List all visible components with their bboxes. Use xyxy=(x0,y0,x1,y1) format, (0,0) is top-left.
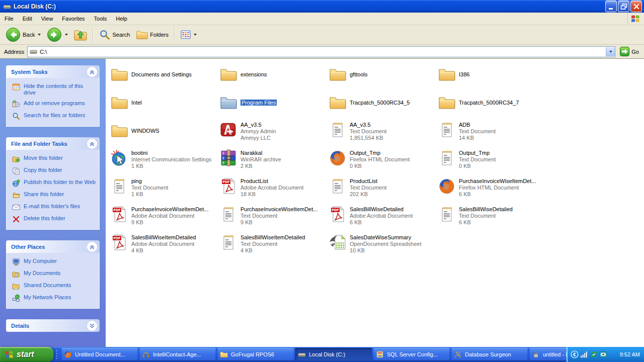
sidebar-link[interactable]: Shared Documents xyxy=(12,282,96,290)
forward-button[interactable] xyxy=(44,26,70,43)
sidebar-link[interactable]: Hide the contents of this drive xyxy=(12,83,96,96)
back-button[interactable]: Back xyxy=(3,26,43,43)
menu-file[interactable]: File xyxy=(0,14,18,24)
folders-button[interactable]: Folders xyxy=(133,28,171,41)
taskbar-button[interactable]: untitled - Paint xyxy=(529,348,567,361)
file-item[interactable]: WINDOWS xyxy=(111,121,217,140)
file-item[interactable]: gfttools xyxy=(329,65,436,84)
go-button[interactable]: Go xyxy=(618,46,642,57)
sidebar-link[interactable]: My Documents xyxy=(12,270,96,278)
file-item[interactable]: Tracpatch_5000RC34_7 xyxy=(438,93,545,112)
panel-header[interactable]: Details xyxy=(6,319,100,332)
drive-icon xyxy=(30,48,37,55)
file-item[interactable]: AA_v3.5 Text Document 1,851,554 KB xyxy=(329,121,436,149)
chevron-down-icon[interactable] xyxy=(65,34,68,36)
panel-chevron-button[interactable] xyxy=(87,321,97,331)
panel-header[interactable]: Other Places xyxy=(6,240,100,253)
file-item[interactable]: PurchaseInvoiceWiseItemDet... Firefox HT… xyxy=(438,177,545,206)
eye-icon[interactable] xyxy=(599,350,607,358)
sidebar-link[interactable]: My Network Places xyxy=(12,294,96,302)
window-controls xyxy=(605,1,642,12)
file-item[interactable]: Intel xyxy=(111,93,217,112)
file-item[interactable]: Tracpatch_5000RC34_5 xyxy=(329,93,436,112)
file-item[interactable]: Documents and Settings xyxy=(111,65,217,84)
start-label: start xyxy=(17,350,34,359)
panel-chevron-button[interactable] xyxy=(87,139,97,149)
file-type: Firefox HTML Document xyxy=(350,156,410,163)
file-item[interactable]: extensions xyxy=(220,65,327,84)
address-combo[interactable]: C:\ xyxy=(27,46,615,57)
main-area: System Tasks Hide the contents of this d… xyxy=(0,59,644,347)
file-item[interactable]: Output_Tmp Text Document 0 KB xyxy=(438,149,545,177)
file-item[interactable]: Output_Tmp Firefox HTML Document 0 KB xyxy=(329,149,436,177)
file-item-selected[interactable]: Program Files xyxy=(220,93,327,112)
folder-icon xyxy=(438,94,455,111)
chevron-down-icon[interactable] xyxy=(194,34,197,36)
taskbar-grip[interactable] xyxy=(53,347,60,362)
start-button[interactable]: start xyxy=(0,347,53,362)
panel-title: Other Places xyxy=(11,244,45,250)
search-button[interactable]: Search xyxy=(97,28,132,41)
file-item[interactable]: PurchaseInvoiceWiseItemDet... Text Docum… xyxy=(220,206,327,234)
menu-favorites[interactable]: Favorites xyxy=(57,14,89,24)
file-item[interactable]: ProductList Text Document 202 KB xyxy=(329,177,436,206)
menu-tools[interactable]: Tools xyxy=(90,14,112,24)
taskbar-button[interactable]: Database Surgeon xyxy=(451,348,528,361)
winrar-icon xyxy=(220,149,237,166)
sidebar-link[interactable]: Move this folder xyxy=(12,155,96,163)
file-item[interactable]: bootini Internet Communication Settings … xyxy=(111,149,217,177)
file-item[interactable]: PurchaseInvoiceWiseItemDet... Adobe Acro… xyxy=(111,206,217,234)
sidebar-link[interactable]: Search for files or folders xyxy=(12,112,96,120)
restore-button[interactable] xyxy=(618,1,629,12)
minimize-button[interactable] xyxy=(605,1,617,12)
file-type: Text Document xyxy=(459,213,513,219)
file-item[interactable]: ProductList Adobe Acrobat Document 18 KB xyxy=(220,177,327,206)
window-title: Local Disk (C:) xyxy=(14,3,605,10)
sidebar-link[interactable]: Share this folder xyxy=(12,191,96,199)
signal-bars-icon[interactable] xyxy=(580,350,588,358)
file-item[interactable]: SalesBillWiseDetailed Text Document 6 KB xyxy=(438,206,545,234)
collapse-tray-icon[interactable] xyxy=(571,350,579,358)
file-item[interactable]: ADB Text Document 14 KB xyxy=(438,121,545,149)
sidebar-link[interactable]: Publish this folder to the Web xyxy=(12,179,96,187)
file-item[interactable]: SalesDateWiseSummary OpenDocument Spread… xyxy=(329,234,436,262)
chevron-down-icon[interactable] xyxy=(38,34,41,36)
menu-help[interactable]: Help xyxy=(111,14,132,24)
sidebar-link[interactable]: My Computer xyxy=(12,258,96,266)
taskbar-button[interactable]: Untitled Document... xyxy=(61,348,138,361)
sidebar-link[interactable]: Delete this folder xyxy=(12,215,96,223)
taskbar-button[interactable]: Local Disk (C:) xyxy=(295,348,372,361)
sidebar-link[interactable]: Add or remove programs xyxy=(12,100,96,108)
taskbar-button[interactable]: GoFrugal RPOS6 xyxy=(217,348,294,361)
file-item[interactable]: SalesBillWiseItemDetailed Adobe Acrobat … xyxy=(111,234,217,262)
address-value[interactable]: C:\ xyxy=(40,49,603,55)
text-document-icon xyxy=(111,177,128,195)
file-item[interactable]: I386 xyxy=(438,65,545,84)
sidebar-link[interactable]: E-mail this folder's files xyxy=(12,203,96,211)
taskbar-button[interactable]: SQL Server Config... xyxy=(373,348,450,361)
file-item[interactable]: Narakkal WinRAR archive 2 KB xyxy=(220,149,327,177)
menu-view[interactable]: View xyxy=(37,14,58,24)
sidebar-link[interactable]: Copy this folder xyxy=(12,167,96,175)
taskbar-button[interactable]: IntelliContact-Age... xyxy=(139,348,216,361)
file-item[interactable]: AA_v3.5 Ammyy Admin Ammyy LLC xyxy=(220,121,327,149)
panel-header[interactable]: File and Folder Tasks xyxy=(6,137,100,150)
my-computer-icon xyxy=(12,258,20,266)
panel-chevron-button[interactable] xyxy=(87,67,97,77)
up-button[interactable] xyxy=(71,27,90,42)
panel-chevron-button[interactable] xyxy=(87,242,97,252)
menu-edit[interactable]: Edit xyxy=(18,14,37,24)
file-type: WinRAR archive xyxy=(240,156,281,163)
views-button[interactable] xyxy=(178,29,199,41)
address-dropdown-button[interactable] xyxy=(606,47,615,56)
panel-header[interactable]: System Tasks xyxy=(6,65,100,78)
search-icon xyxy=(12,112,20,120)
file-item[interactable]: ping Text Document 1 KB xyxy=(111,177,217,206)
file-item[interactable]: SalesBillWiseItemDetailed Text Document … xyxy=(220,234,327,262)
firefox-icon xyxy=(438,177,455,195)
clock[interactable]: 9:52 AM xyxy=(620,351,640,357)
file-item[interactable]: SalesBillWiseDetailed Adobe Acrobat Docu… xyxy=(329,206,436,234)
file-list-area[interactable]: Documents and Settings extensions gfttoo… xyxy=(106,59,644,347)
close-button[interactable] xyxy=(630,1,642,12)
sync-icon[interactable] xyxy=(590,350,598,358)
